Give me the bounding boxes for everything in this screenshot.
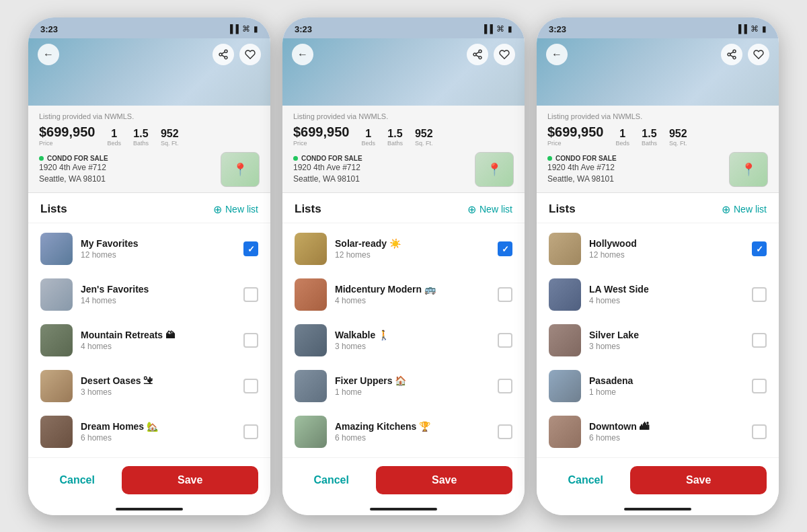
list-item[interactable]: Mountain Retreats 🏔 4 homes (28, 317, 270, 363)
list-item[interactable]: Silver Lake 3 homes (537, 317, 779, 363)
favorite-button[interactable] (748, 44, 769, 65)
list-checkbox[interactable] (498, 241, 512, 256)
status-dot (547, 156, 552, 161)
list-checkbox[interactable] (752, 287, 767, 302)
price-label: Price (293, 140, 349, 147)
hero-image: ← (28, 38, 270, 106)
cancel-button[interactable]: Cancel (549, 466, 622, 494)
share-button[interactable] (213, 44, 234, 65)
back-button[interactable]: ← (38, 44, 59, 65)
back-button[interactable]: ← (292, 44, 313, 65)
favorite-button[interactable] (239, 44, 261, 65)
signal-icon: ▐▐ (227, 24, 239, 34)
svg-line-14 (730, 52, 734, 54)
sqft-label: Sq. Ft. (669, 140, 687, 147)
beds-value: 1 (365, 128, 371, 140)
map-thumbnail[interactable]: 📍 (221, 152, 260, 187)
beds-stat: 1 Beds (615, 128, 629, 147)
list-name: Amazing Kitchens 🏆 (335, 421, 490, 432)
list-item[interactable]: Desert Oases 🏜 3 homes (28, 363, 270, 409)
list-checkbox[interactable] (498, 287, 512, 302)
save-button[interactable]: Save (122, 466, 258, 494)
new-list-button[interactable]: ⊕ New list (213, 203, 258, 216)
list-item[interactable]: Hollywood 12 homes (537, 226, 779, 272)
phone-2: 3:23 ▐▐ ⌘ ▮ ← (282, 17, 525, 515)
save-button[interactable]: Save (630, 466, 767, 494)
sqft-label: Sq. Ft. (415, 140, 433, 147)
cancel-button[interactable]: Cancel (295, 466, 368, 494)
list-checkbox[interactable] (243, 379, 258, 393)
list-info: Dream Homes 🏡 6 homes (81, 421, 235, 443)
status-dot (293, 156, 298, 161)
share-button[interactable] (467, 44, 488, 65)
list-item[interactable]: LA West Side 4 homes (537, 272, 779, 317)
list-info: Pasadena 1 home (589, 375, 744, 397)
list-item[interactable]: Dream Homes 🏡 6 homes (28, 409, 270, 455)
listing-address: 1920 4th Ave #712Seattle, WA 98101 (39, 162, 108, 185)
cancel-button[interactable]: Cancel (40, 466, 114, 494)
panel-actions: Cancel Save (282, 457, 525, 504)
list-name: Walkable 🚶 (335, 330, 490, 340)
list-name: Mountain Retreats 🏔 (81, 330, 235, 340)
list-item[interactable]: Jen's Favorites 14 homes (28, 272, 270, 317)
list-thumbnail (40, 278, 73, 311)
list-item[interactable]: Midcentury Modern 🚌 4 homes (282, 272, 525, 317)
price-label: Price (547, 140, 603, 147)
list-checkbox[interactable] (498, 424, 512, 439)
map-thumbnail[interactable]: 📍 (729, 152, 768, 187)
list-checkbox[interactable] (243, 424, 258, 439)
panel-header: Lists ⊕ New list (537, 193, 779, 223)
list-item[interactable]: Pasadena 1 home (537, 363, 779, 409)
list-item[interactable]: Downtown 🏙 6 homes (537, 409, 779, 455)
list-checkbox[interactable] (752, 379, 767, 393)
list-checkbox[interactable] (243, 333, 258, 348)
panel-header: Lists ⊕ New list (28, 193, 270, 223)
back-button[interactable]: ← (546, 44, 568, 65)
list-item[interactable]: My Favorites 12 homes (28, 226, 270, 272)
new-list-button[interactable]: ⊕ New list (467, 203, 512, 216)
save-button[interactable]: Save (376, 466, 512, 494)
home-indicator (537, 504, 779, 515)
svg-point-10 (733, 50, 736, 52)
list-checkbox[interactable] (752, 424, 767, 439)
list-name: Jen's Favorites (81, 284, 235, 295)
share-button[interactable] (721, 44, 742, 65)
list-item[interactable]: Amazing Kitchens 🏆 6 homes (282, 409, 525, 455)
list-name: Pasadena (589, 375, 744, 386)
listing-info: Listing provided via NWMLS. $699,950 Pri… (537, 106, 779, 193)
list-item[interactable]: Fixer Uppers 🏠 1 home (282, 363, 525, 409)
list-checkbox[interactable] (498, 333, 512, 348)
list-count: 3 homes (589, 342, 744, 351)
signal-icon: ▐▐ (736, 24, 747, 34)
map-thumbnail[interactable]: 📍 (475, 152, 514, 187)
baths-label: Baths (133, 140, 149, 147)
list-item[interactable]: Walkable 🚶 3 homes (282, 317, 525, 363)
list-count: 4 homes (335, 296, 490, 305)
status-time: 3:23 (295, 24, 312, 34)
list-thumbnail (40, 416, 73, 448)
list-checkbox[interactable] (243, 241, 258, 256)
list-count: 1 home (589, 387, 744, 397)
list-checkbox[interactable] (498, 379, 512, 393)
baths-value: 1.5 (642, 128, 656, 140)
hero-actions (213, 44, 261, 65)
svg-line-13 (730, 55, 734, 57)
list-name: My Favorites (81, 238, 235, 249)
new-list-button[interactable]: ⊕ New list (722, 203, 767, 216)
list-count: 3 homes (335, 342, 490, 351)
plus-circle-icon: ⊕ (213, 203, 222, 216)
home-indicator (28, 504, 270, 515)
list-checkbox[interactable] (752, 241, 767, 256)
status-time: 3:23 (40, 24, 58, 34)
list-item[interactable]: Solar-ready ☀️ 12 homes (282, 226, 525, 272)
favorite-button[interactable] (494, 44, 515, 65)
listing-type-label: CONDO FOR SALE (47, 155, 108, 162)
new-list-label: New list (225, 204, 258, 215)
status-bar: 3:23 ▐▐ ⌘ ▮ (282, 17, 525, 38)
list-thumbnail (549, 416, 581, 448)
list-name: Downtown 🏙 (589, 421, 744, 432)
list-checkbox[interactable] (752, 333, 767, 348)
list-checkbox[interactable] (243, 287, 258, 302)
phone-3: 3:23 ▐▐ ⌘ ▮ ← (537, 17, 779, 515)
svg-line-9 (476, 52, 479, 54)
